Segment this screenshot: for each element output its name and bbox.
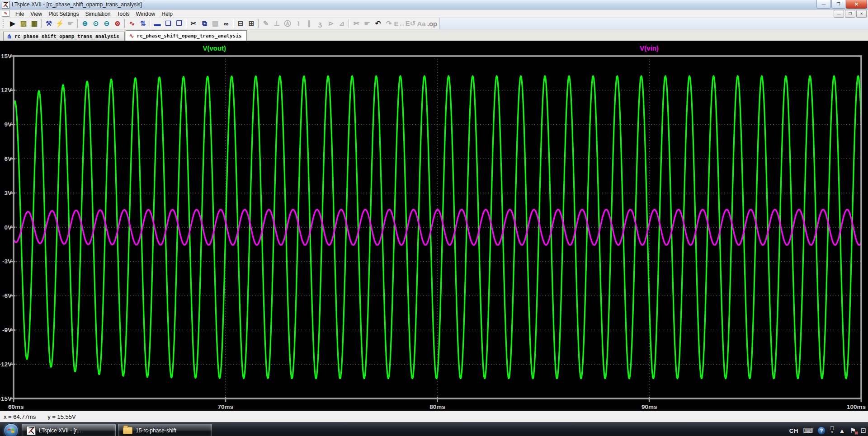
draw-line-icon: ✎ <box>260 19 271 28</box>
toolbar-separator <box>150 19 151 28</box>
tab-schematic[interactable]: ⋔rc_phase_shift_opamp_trans_analysis <box>3 32 125 41</box>
y-tick-label: -15V <box>0 395 12 402</box>
alert-badge: ✕ <box>854 431 858 436</box>
y-tick-label: 6V <box>4 155 12 162</box>
toolbar-gripper <box>3 19 5 28</box>
legend-vvout[interactable]: V(vout) <box>203 44 226 52</box>
tab-label: rc_phase_shift_opamp_trans_analysis <box>137 33 242 39</box>
inductor-icon: ʒ <box>315 19 326 28</box>
cascade-windows-icon[interactable]: ❏ <box>163 19 174 28</box>
taskbar: LTspice XVII - [r...15-rc-phase-shift CH… <box>0 422 868 436</box>
mdi-minimize-button[interactable]: — <box>834 10 844 18</box>
status-bar: x = 64.77ms y = 15.55V <box>0 411 868 422</box>
paste-icon: ▤ <box>210 19 221 28</box>
minimize-button[interactable]: — <box>816 0 831 9</box>
keyboard-icon[interactable]: ⌨ <box>803 427 813 435</box>
control-panel-icon[interactable]: ⚒ <box>43 19 54 28</box>
toolbar: ▶▨▦⚒⚡☛⊕⊙⊖⊗∿⇅▬❏❐✂⧉▤∞⊟⊞✎⊥Ⓐ≀∥ʒ⊳⊿✄☛↶↷E↔E↺Aa.… <box>0 18 868 30</box>
tile-windows-icon[interactable]: ▬ <box>152 19 163 28</box>
menu-simulation[interactable]: Simulation <box>82 10 114 18</box>
y-tick-label: 12V <box>1 87 12 94</box>
tab-waveform[interactable]: ∿rc_phase_shift_opamp_trans_analysis <box>126 30 247 41</box>
window-controls: — ❐ ✕ <box>816 0 867 9</box>
taskbar-button-folder-window[interactable]: 15-rc-phase-shift <box>118 424 212 436</box>
print-preview-icon[interactable]: ⊞ <box>246 19 257 28</box>
toolbar-empty-area <box>439 18 868 29</box>
print-icon[interactable]: ⊟ <box>235 19 246 28</box>
mirror-icon: E↔ <box>394 19 405 28</box>
zoom-in-icon[interactable]: ⊕ <box>80 19 90 28</box>
cursor-y-readout: y = 15.55V <box>47 413 76 420</box>
tab-label: rc_phase_shift_opamp_trans_analysis <box>14 33 119 39</box>
waveform-plot[interactable]: 15V12V9V6V3V0V-3V-6V-9V-12V-15V60ms70ms8… <box>0 41 868 411</box>
taskbar-button-ltspice-window[interactable]: LTspice XVII - [r... <box>22 424 116 436</box>
close-button[interactable]: ✕ <box>846 0 867 9</box>
window-popup-icon[interactable]: ❐▾ <box>830 427 834 434</box>
toolbar-separator <box>349 19 349 28</box>
taskbar-button-label: LTspice XVII - [r... <box>39 427 81 434</box>
language-indicator[interactable]: CH <box>789 427 799 434</box>
x-tick-label: 90ms <box>642 403 657 410</box>
menu-plot-settings[interactable]: Plot Settings <box>45 10 82 18</box>
autorange-icon[interactable]: ∿ <box>127 19 137 28</box>
windows-flag-icon <box>7 427 15 435</box>
drag-icon: ☛ <box>362 19 373 28</box>
x-tick-label: 100ms <box>847 403 866 410</box>
zoom-undo-icon[interactable]: ⊗ <box>112 19 123 28</box>
plot-area: 15V12V9V6V3V0V-3V-6V-9V-12V-15V60ms70ms8… <box>0 41 868 411</box>
resistor-icon: ≀ <box>293 19 304 28</box>
app-icon <box>2 1 9 9</box>
x-tick-label: 60ms <box>8 403 24 410</box>
y-tick-label: 0V <box>4 224 12 231</box>
system-tray: CH⌨?❐▾▲⚑✕⊡ <box>789 422 866 436</box>
restore-button[interactable]: ❐ <box>831 0 845 9</box>
y-tick-label: -9V <box>2 327 12 333</box>
mdi-close-button[interactable]: ✕ <box>856 10 867 18</box>
ltspice-window: LTspice XVII - [rc_phase_shift_opamp_tra… <box>0 0 868 436</box>
redo-icon: ↷ <box>383 19 394 28</box>
plot-pan-zoom-icon[interactable]: ⇅ <box>137 19 148 28</box>
menu-tools[interactable]: Tools <box>114 10 133 18</box>
y-tick-label: -3V <box>2 258 12 265</box>
undo-icon[interactable]: ↶ <box>373 19 383 28</box>
run-icon[interactable]: ▶ <box>7 19 18 28</box>
copy-icon[interactable]: ⧉ <box>199 19 210 28</box>
open-icon[interactable]: ▨ <box>18 19 29 28</box>
toolbar-separator <box>233 19 234 28</box>
component-icon: ⊿ <box>336 19 347 28</box>
diode-icon: ⊳ <box>326 19 336 28</box>
cut-icon[interactable]: ✂ <box>188 19 199 28</box>
start-button[interactable] <box>4 423 19 436</box>
zoom-out-icon[interactable]: ⊖ <box>101 19 112 28</box>
net-label-icon: Ⓐ <box>282 19 293 28</box>
y-tick-label: -12V <box>0 361 12 368</box>
cursor-x-readout: x = 64.77ms <box>4 413 36 420</box>
pan-icon: ☛ <box>65 19 76 28</box>
menu-items: FileViewPlot SettingsSimulationToolsWind… <box>12 9 176 18</box>
ltspice-icon <box>27 426 36 435</box>
save-icon[interactable]: ▦ <box>29 19 40 28</box>
menu-file[interactable]: File <box>12 10 27 18</box>
y-tick-label: 9V <box>4 121 12 128</box>
legend-vvin[interactable]: V(vin) <box>640 44 659 52</box>
menu-help[interactable]: Help <box>158 10 176 18</box>
show-hidden-icon[interactable]: ▲ <box>839 427 845 435</box>
help-icon[interactable]: ? <box>817 427 826 435</box>
folder-icon <box>123 427 132 434</box>
action-center-alert-icon[interactable]: ⚑✕ <box>850 427 856 435</box>
y-tick-label: 15V <box>1 53 12 60</box>
wire-scissors-icon: ✄ <box>351 19 362 28</box>
halt-icon[interactable]: ⚡ <box>54 19 65 28</box>
toolbar-separator <box>41 19 42 28</box>
zoom-extents-icon[interactable]: ⊙ <box>90 19 101 28</box>
window-title: LTspice XVII - [rc_phase_shift_opamp_tra… <box>12 1 142 8</box>
mdi-window-controls: — ❐ ✕ <box>834 10 867 18</box>
menu-window[interactable]: Window <box>133 10 159 18</box>
menu-view[interactable]: View <box>27 10 45 18</box>
arrange-windows-icon[interactable]: ❐ <box>174 19 184 28</box>
capacitor-icon: ∥ <box>304 19 315 28</box>
find-icon[interactable]: ∞ <box>221 19 231 28</box>
network-icon[interactable]: ⊡ <box>860 427 866 435</box>
text-icon: Aa <box>416 19 427 28</box>
mdi-restore-button[interactable]: ❐ <box>845 10 855 18</box>
